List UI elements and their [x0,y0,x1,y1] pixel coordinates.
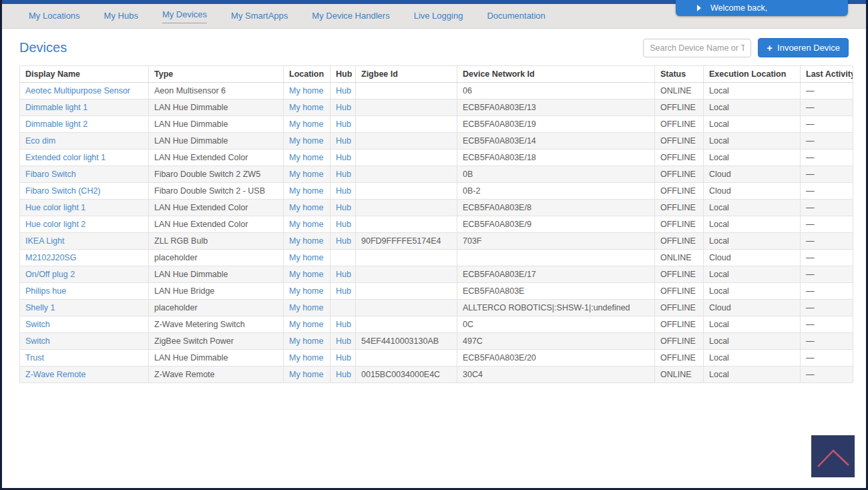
location-link[interactable]: My home [289,253,323,262]
execution-location-cell: Cloud [704,300,801,316]
nav-item-my-devices[interactable]: My Devices [162,9,207,23]
location-link[interactable]: My home [289,303,323,312]
nav-item-my-device-handlers[interactable]: My Device Handlers [312,11,389,22]
hub-cell: Hub [331,366,356,383]
column-header-zigbee-id: Zigbee Id [356,66,457,83]
hub-link[interactable]: Hub [336,336,351,346]
last-activity-cell: — [801,150,853,166]
device-name-link[interactable]: Philips hue [25,286,66,296]
type-cell: placeholder [149,250,284,266]
device-name-link[interactable]: Fibaro Switch (CH2) [25,186,101,196]
status-cell: ONLINE [655,366,704,383]
location-link[interactable]: My home [289,170,323,179]
hub-link[interactable]: Hub [336,136,351,146]
location-cell: My home [284,150,331,166]
location-cell: My home [284,300,331,316]
hub-cell [331,250,356,266]
hub-link[interactable]: Hub [336,370,351,379]
nav-item-live-logging[interactable]: Live Logging [414,11,463,22]
device-name-link[interactable]: Trust [25,353,44,362]
hub-cell: Hub [331,266,356,283]
device-name-link[interactable]: Dimmable light 1 [25,103,87,112]
location-link[interactable]: My home [289,220,323,229]
hub-link[interactable]: Hub [336,153,351,162]
device-network-id-cell: ECB5FA0A803E [457,283,655,300]
device-name-link[interactable]: On/Off plug 2 [25,270,75,279]
device-name-link[interactable]: Shelly 1 [25,303,55,312]
location-cell: My home [284,233,331,250]
search-input[interactable] [643,39,751,57]
plus-icon: + [767,43,773,53]
nav-item-my-hubs[interactable]: My Hubs [104,11,138,22]
hub-link[interactable]: Hub [336,286,351,296]
location-link[interactable]: My home [289,236,323,246]
device-name-link[interactable]: Hue color light 2 [25,220,85,229]
status-cell: OFFLINE [655,150,704,166]
location-link[interactable]: My home [289,153,323,162]
device-name-link[interactable]: Aeotec Multipurpose Sensor [25,86,130,95]
scroll-to-top-button[interactable] [811,435,855,477]
device-network-id-cell: ECB5FA0A803E/18 [457,150,655,166]
location-link[interactable]: My home [289,119,323,129]
nav-item-my-smartapps[interactable]: My SmartApps [231,11,288,22]
execution-location-cell: Local [704,283,801,300]
hub-link[interactable]: Hub [336,103,351,112]
location-link[interactable]: My home [289,270,323,279]
hub-link[interactable]: Hub [336,236,351,246]
device-name-link[interactable]: Switch [25,320,50,329]
hub-link[interactable]: Hub [336,320,351,329]
hub-link[interactable]: Hub [336,86,351,95]
location-link[interactable]: My home [289,86,323,95]
location-link[interactable]: My home [289,320,323,329]
type-cell: LAN Hue Dimmable [149,99,284,116]
location-link[interactable]: My home [289,336,323,346]
device-name-link[interactable]: Eco dim [25,136,55,146]
device-name-link[interactable]: Switch [25,336,50,346]
device-network-id-cell: ECB5FA0A803E/8 [457,200,655,216]
last-activity-cell: — [801,350,853,366]
execution-location-cell: Cloud [704,183,801,200]
hub-link[interactable]: Hub [336,170,351,179]
nav-item-documentation[interactable]: Documentation [487,11,545,22]
device-name-cell: Philips hue [20,283,149,300]
device-name-cell: Hue color light 1 [20,200,149,216]
execution-location-cell: Cloud [704,250,801,266]
welcome-dropdown[interactable]: Welcome back, [676,0,848,16]
device-name-link[interactable]: M2102J20SG [25,253,76,262]
device-name-link[interactable]: Dimmable light 2 [25,119,87,129]
device-name-cell: Trust [20,350,149,366]
hub-link[interactable]: Hub [336,353,351,362]
device-network-id-cell: 497C [457,333,655,350]
location-link[interactable]: My home [289,286,323,296]
device-name-link[interactable]: Extended color light 1 [25,153,105,162]
hub-link[interactable]: Hub [336,203,351,212]
zigbee-id-cell [356,316,457,333]
create-device-button[interactable]: + Invoeren Device [758,38,849,57]
location-link[interactable]: My home [289,186,323,196]
column-header-status: Status [655,66,704,83]
location-link[interactable]: My home [289,103,323,112]
hub-link[interactable]: Hub [336,119,351,129]
location-link[interactable]: My home [289,370,323,379]
location-link[interactable]: My home [289,203,323,212]
device-name-link[interactable]: IKEA Light [25,236,64,246]
status-cell: OFFLINE [655,266,704,283]
last-activity-cell: — [801,200,853,216]
location-link[interactable]: My home [289,136,323,146]
hub-link[interactable]: Hub [336,270,351,279]
location-cell: My home [284,366,331,383]
device-name-link[interactable]: Fibaro Switch [25,170,76,179]
nav-item-my-locations[interactable]: My Locations [29,11,80,22]
hub-link[interactable]: Hub [336,220,351,229]
hub-link[interactable]: Hub [336,186,351,196]
last-activity-cell: — [801,266,853,283]
type-cell: Fibaro Double Switch 2 - USB [149,183,284,200]
zigbee-id-cell [356,150,457,166]
device-name-link[interactable]: Hue color light 1 [25,203,85,212]
welcome-label: Welcome back, [710,3,767,13]
device-network-id-cell: ECB5FA0A803E/20 [457,350,655,366]
device-name-cell: Z-Wave Remote [20,366,149,383]
hub-cell: Hub [331,83,356,99]
device-name-link[interactable]: Z-Wave Remote [25,370,86,379]
location-link[interactable]: My home [289,353,323,362]
